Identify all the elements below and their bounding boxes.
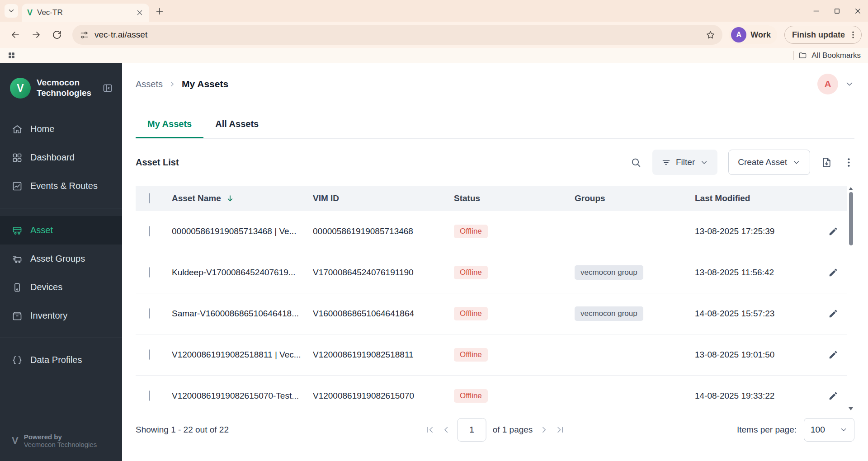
last-page-icon[interactable] xyxy=(555,425,565,435)
table-row[interactable]: Kuldeep-V1700086452407619... V1700086452… xyxy=(136,252,854,293)
vim-id: V12000861919082615070 xyxy=(313,391,454,401)
minimize-button[interactable] xyxy=(806,0,826,22)
org-name: Vecmocon Technologies xyxy=(37,78,94,99)
tab-my-assets[interactable]: My Assets xyxy=(136,109,203,138)
url-text: vec-tr.ai/asset xyxy=(94,30,700,40)
edit-pencil-icon[interactable] xyxy=(824,387,842,405)
sidebar-item-devices[interactable]: Devices xyxy=(0,273,122,301)
new-tab-button[interactable] xyxy=(155,6,165,16)
page-number-input[interactable] xyxy=(458,418,486,442)
last-modified: 13-08-2025 17:25:39 xyxy=(695,226,821,236)
export-file-icon[interactable] xyxy=(821,157,832,168)
table-row[interactable]: Samar-V160008686510646418... V1600086865… xyxy=(136,293,854,334)
row-checkbox[interactable] xyxy=(149,226,150,236)
vim-id: V17000864524076191190 xyxy=(313,268,454,278)
chevron-down-icon[interactable] xyxy=(844,79,854,89)
sidebar-item-inventory[interactable]: Inventory xyxy=(0,301,122,330)
tab-search-button[interactable] xyxy=(5,4,18,18)
site-settings-icon[interactable] xyxy=(80,30,89,40)
filter-icon xyxy=(661,158,671,167)
vim-id: V16000868651064641864 xyxy=(313,309,454,319)
maximize-button[interactable] xyxy=(826,0,847,22)
back-button[interactable] xyxy=(6,26,24,44)
sidebar-item-asset-groups[interactable]: Asset Groups xyxy=(0,245,122,273)
tab-title: Vec-TR xyxy=(37,8,131,17)
edit-pencil-icon[interactable] xyxy=(824,305,842,323)
main-content: Assets My Assets A My Assets All Assets … xyxy=(122,63,868,461)
user-avatar[interactable]: A xyxy=(817,74,838,94)
scroll-up-icon[interactable] xyxy=(849,187,853,190)
scrollbar-thumb[interactable] xyxy=(849,192,853,245)
forward-button[interactable] xyxy=(27,26,45,44)
edit-pencil-icon[interactable] xyxy=(824,222,842,240)
table-row[interactable]: V12000861919082615070-Test... V120008619… xyxy=(136,376,854,412)
select-all-checkbox[interactable] xyxy=(149,193,150,203)
bookmark-star-icon[interactable] xyxy=(706,30,715,40)
chevron-down-icon xyxy=(792,158,801,167)
chevron-down-icon xyxy=(7,7,15,15)
apps-grid-icon[interactable] xyxy=(7,51,16,60)
finish-update-button[interactable]: Finish update xyxy=(784,26,862,44)
more-options-icon[interactable] xyxy=(843,157,854,168)
address-bar[interactable]: vec-tr.ai/asset xyxy=(72,25,722,45)
sidebar-item-asset[interactable]: Asset xyxy=(0,216,122,245)
sidebar: V Vecmocon Technologies Home Dashboard E… xyxy=(0,63,122,461)
items-per-page-value: 100 xyxy=(811,425,825,435)
table-header-row: Asset Name VIM ID Status Groups Last Mod… xyxy=(136,186,854,211)
asset-tabs: My Assets All Assets xyxy=(136,109,854,139)
table-scrollbar[interactable] xyxy=(847,186,854,412)
table-row[interactable]: 000005861919085713468 | Ve... 0000058619… xyxy=(136,211,854,252)
row-checkbox[interactable] xyxy=(149,349,150,360)
user-menu[interactable]: A xyxy=(817,74,854,94)
browser-profile-chip[interactable]: A Work xyxy=(729,25,777,44)
next-page-icon[interactable] xyxy=(539,425,549,435)
row-checkbox[interactable] xyxy=(149,267,150,278)
sort-desc-icon[interactable] xyxy=(226,194,235,203)
edit-pencil-icon[interactable] xyxy=(824,263,842,282)
bookmarks-bar: All Bookmarks xyxy=(0,48,868,63)
powered-by-label: Powered by xyxy=(24,433,97,441)
status-badge: Offline xyxy=(454,348,488,362)
browser-menu-icon[interactable] xyxy=(849,30,858,39)
table-row[interactable]: V12000861919082518811 | Vec... V12000861… xyxy=(136,334,854,376)
create-asset-button[interactable]: Create Asset xyxy=(728,150,810,175)
items-per-page-label: Items per page: xyxy=(737,425,797,435)
sidebar-item-data-profiles[interactable]: Data Profiles xyxy=(0,346,122,374)
row-checkbox[interactable] xyxy=(149,308,150,319)
breadcrumb-assets[interactable]: Assets xyxy=(136,79,163,89)
first-page-icon[interactable] xyxy=(425,425,435,435)
scroll-down-icon[interactable] xyxy=(849,407,853,410)
tab-all-assets[interactable]: All Assets xyxy=(203,109,270,138)
sidebar-item-dashboard[interactable]: Dashboard xyxy=(0,143,122,172)
row-checkbox[interactable] xyxy=(149,390,150,401)
chevron-right-icon xyxy=(168,80,176,88)
profile-avatar: A xyxy=(731,27,746,42)
close-button[interactable] xyxy=(847,0,868,22)
asset-name: V12000861919082615070-Test... xyxy=(172,391,313,401)
asset-name: 000005861919085713468 | Ve... xyxy=(172,226,313,236)
column-asset-name[interactable]: Asset Name xyxy=(172,193,221,203)
sidebar-divider xyxy=(0,338,122,338)
tab-close-icon[interactable] xyxy=(136,9,144,17)
finish-update-label: Finish update xyxy=(792,30,845,40)
sidebar-item-events-routes[interactable]: Events & Routes xyxy=(0,172,122,200)
prev-page-icon[interactable] xyxy=(441,425,451,435)
last-modified: 13-08-2025 11:56:42 xyxy=(695,268,821,278)
vim-id: 000005861919085713468 xyxy=(313,226,454,236)
items-per-page-select[interactable]: 100 xyxy=(804,418,854,442)
search-icon[interactable] xyxy=(630,157,642,168)
browser-tab[interactable]: V Vec-TR xyxy=(22,4,149,22)
all-bookmarks-label[interactable]: All Bookmarks xyxy=(811,51,861,60)
filter-button[interactable]: Filter xyxy=(652,150,717,175)
dashboard-icon xyxy=(12,152,23,163)
last-modified: 14-08-2025 15:57:23 xyxy=(695,309,821,319)
status-badge: Offline xyxy=(454,389,488,403)
reload-button[interactable] xyxy=(48,26,66,44)
sidebar-item-label: Devices xyxy=(30,282,62,292)
edit-pencil-icon[interactable] xyxy=(824,346,842,364)
sidebar-collapse-icon[interactable] xyxy=(102,83,113,94)
site-favicon: V xyxy=(27,9,33,17)
page-count-label: of 1 pages xyxy=(493,425,533,435)
sidebar-item-home[interactable]: Home xyxy=(0,115,122,143)
column-vim-id: VIM ID xyxy=(313,193,454,203)
